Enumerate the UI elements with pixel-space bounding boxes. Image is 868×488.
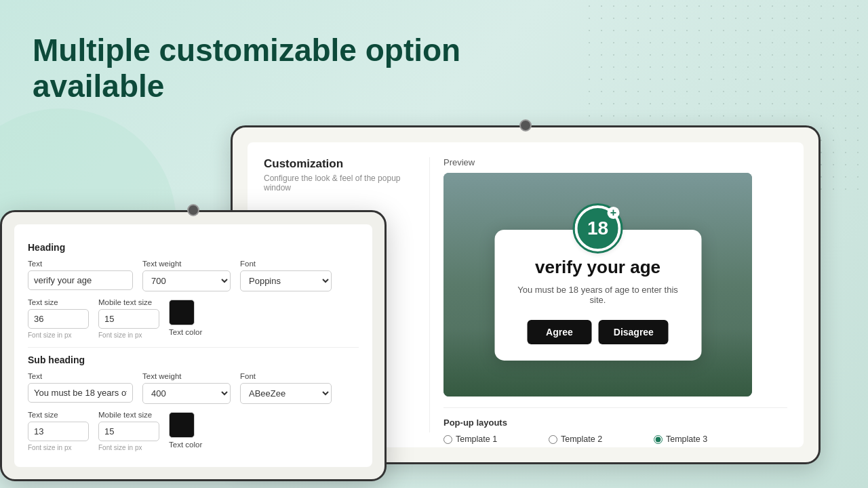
panel-title: Customization	[264, 157, 418, 171]
heading-weight-group: Text weight 700 400 100 200 300 500 600 …	[142, 260, 231, 291]
agree-button[interactable]: Agree	[527, 320, 592, 344]
subheading-row-1: Text Text weight 400 100 200 300 500 600…	[28, 372, 359, 404]
heading-text-input[interactable]	[28, 270, 133, 290]
tablet-front-camera	[187, 204, 199, 216]
heading-text-label: Text	[28, 260, 133, 268]
subheading-weight-group: Text weight 400 100 200 300 500 600 700 …	[142, 372, 231, 404]
heading-size-input[interactable]	[28, 309, 89, 329]
heading-weight-select[interactable]: 700 400 100 200 300 500 600 800 900	[142, 270, 231, 291]
subheading-font-label: Font	[240, 372, 332, 380]
heading-font-group: Font Poppins Arial Roboto	[240, 260, 332, 291]
page-heading: Multiple customizable option available	[33, 33, 494, 104]
popup-layouts-section: Pop-up layouts Template 1 Template 2 Tem…	[443, 407, 787, 447]
heading-color-box[interactable]	[169, 300, 195, 325]
subheading-color-label: Text color	[169, 441, 202, 449]
age-badge-plus: +	[608, 207, 620, 219]
subheading-mobile-size-group: Mobile text size Font size in px	[98, 411, 159, 451]
layout-option-template3[interactable]: Template 3	[654, 434, 759, 444]
heading-size-group: Text size Font size in px	[28, 298, 89, 339]
modal-title: verify your age	[513, 257, 682, 278]
subheading-size-group: Text size Font size in px	[28, 411, 89, 451]
heading-color-label: Text color	[169, 328, 202, 336]
subheading-text-label: Text	[28, 372, 133, 380]
subheading-color-group: Text color	[169, 411, 202, 449]
heading-mobile-size-input[interactable]	[98, 309, 159, 329]
popup-layouts-title: Pop-up layouts	[443, 418, 787, 428]
radio-template2[interactable]	[549, 435, 557, 444]
subheading-size-input[interactable]	[28, 422, 89, 441]
heading-mobile-size-hint: Font size in px	[98, 331, 159, 339]
subheading-section-title: Sub heading	[28, 354, 359, 365]
heading-section-title: Heading	[28, 242, 359, 253]
preview-label: Preview	[443, 157, 787, 167]
layout-options: Template 1 Template 2 Template 3 Templat…	[443, 434, 787, 447]
heading-color-group: Text color	[169, 298, 202, 336]
subheading-font-group: Font ABeeZee Arial Roboto	[240, 372, 332, 404]
age-verify-modal: 18 + verify your age You must be 18 year…	[494, 230, 701, 361]
age-badge: 18 +	[575, 205, 621, 251]
subheading-size-hint: Font size in px	[28, 444, 89, 451]
preview-area: 18 + verify your age You must be 18 year…	[443, 173, 752, 396]
heading-mobile-size-group: Mobile text size Font size in px	[98, 298, 159, 339]
heading-font-select[interactable]: Poppins Arial Roboto	[240, 270, 332, 291]
radio-template3[interactable]	[654, 435, 663, 444]
tablet-back-camera	[519, 119, 532, 131]
subheading-mobile-size-input[interactable]	[98, 422, 159, 441]
heading-weight-label: Text weight	[142, 260, 231, 268]
modal-buttons: Agree Disagree	[513, 320, 682, 344]
layout-option-template2[interactable]: Template 2	[549, 434, 654, 444]
section-divider	[28, 347, 359, 348]
age-number: 18	[587, 218, 608, 239]
heading-size-label: Text size	[28, 298, 89, 306]
heading-size-hint: Font size in px	[28, 331, 89, 339]
modal-subtitle: You must be 18 years of age to enter thi…	[513, 285, 682, 305]
heading-row-2: Text size Font size in px Mobile text si…	[28, 298, 359, 339]
subheading-weight-select[interactable]: 400 100 200 300 500 600 700 800 900	[142, 383, 231, 404]
tablet-front: Heading Text Text weight 700 400 100 200…	[0, 210, 387, 481]
subheading-text-input[interactable]	[28, 383, 133, 403]
subheading-font-select[interactable]: ABeeZee Arial Roboto	[240, 383, 332, 404]
heading-font-label: Font	[240, 260, 332, 268]
panel-subtitle: Configure the look & feel of the popup w…	[264, 174, 418, 192]
heading-mobile-size-label: Mobile text size	[98, 298, 159, 306]
heading-text-group: Text	[28, 260, 133, 290]
subheading-row-2: Text size Font size in px Mobile text si…	[28, 411, 359, 451]
subheading-size-label: Text size	[28, 411, 89, 419]
form-panel: Heading Text Text weight 700 400 100 200…	[14, 224, 372, 467]
subheading-mobile-size-hint: Font size in px	[98, 444, 159, 451]
layout-option-template1[interactable]: Template 1	[443, 434, 549, 444]
subheading-text-group: Text	[28, 372, 133, 403]
disagree-button[interactable]: Disagree	[599, 320, 669, 344]
subheading-weight-label: Text weight	[142, 372, 231, 380]
heading-row-1: Text Text weight 700 400 100 200 300 500…	[28, 260, 359, 291]
subheading-mobile-size-label: Mobile text size	[98, 411, 159, 419]
radio-template1[interactable]	[443, 435, 452, 444]
subheading-color-box[interactable]	[169, 412, 195, 438]
